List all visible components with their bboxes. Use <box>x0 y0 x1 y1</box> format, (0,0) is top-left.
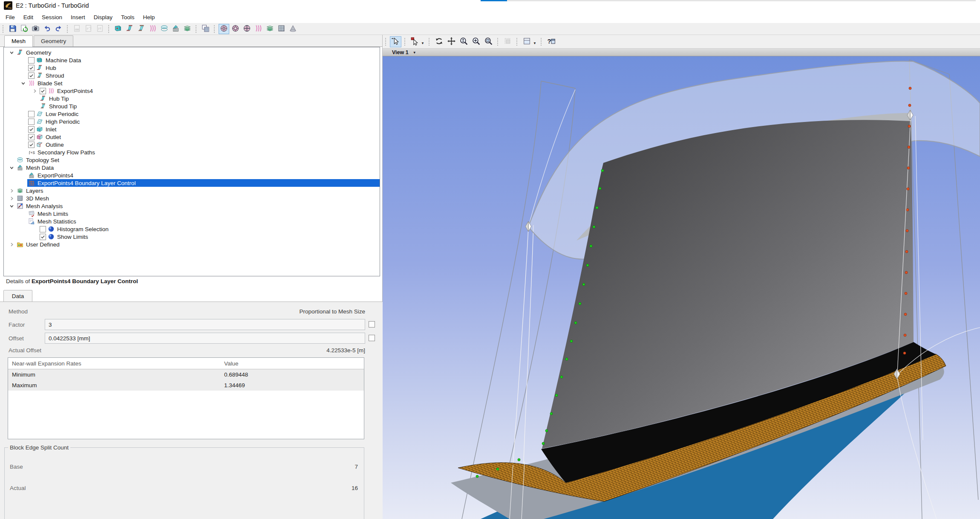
menu-edit[interactable]: Edit <box>19 12 37 22</box>
tree-item-geometry[interactable]: Geometry <box>4 49 380 56</box>
tree-item-exportpoints4[interactable]: ExportPoints4 <box>4 87 380 95</box>
menu-tools[interactable]: Tools <box>117 12 139 22</box>
blade-set-button[interactable] <box>147 24 158 34</box>
tree-item-outline[interactable]: Outline <box>4 141 380 148</box>
select-button[interactable] <box>390 36 401 47</box>
factor-auto-checkbox[interactable] <box>369 321 375 328</box>
blade-view-button[interactable] <box>253 24 264 34</box>
tree-item-hub[interactable]: Hub <box>4 64 380 72</box>
tree-item-outlet[interactable]: Outlet <box>4 133 380 141</box>
view-face-dropdown-caret[interactable]: ▼ <box>533 41 536 45</box>
tree-checkbox[interactable] <box>28 134 35 140</box>
tree-item-exportpoints4-boundary-layer-control[interactable]: ExportPoints4 Boundary Layer Control <box>4 179 380 187</box>
tree-item-show-limits[interactable]: Show Limits <box>4 233 380 241</box>
tree-item-layers[interactable]: Layers <box>4 187 380 194</box>
tree-checkbox[interactable] <box>28 142 35 148</box>
topology-button[interactable] <box>159 24 170 34</box>
tree-arrow-spacer <box>19 118 27 125</box>
tree-item-inlet[interactable]: Inlet <box>4 125 380 133</box>
tree-item-mesh-limits[interactable]: Mesh Limits <box>4 210 380 217</box>
chevron-right-icon[interactable] <box>7 241 16 248</box>
expansion-rate-row-maximum[interactable]: Maximum1.34469 <box>8 380 364 391</box>
layers-button[interactable] <box>182 24 193 34</box>
rotate-button[interactable] <box>433 36 445 47</box>
snapshot-button[interactable] <box>30 24 41 34</box>
undo-button[interactable] <box>42 24 52 34</box>
expansion-rate-row-minimum[interactable]: Minimum0.689448 <box>8 369 364 380</box>
redo-button[interactable] <box>53 24 64 34</box>
chevron-right-icon[interactable] <box>7 195 16 202</box>
tree-checkbox[interactable] <box>28 65 35 71</box>
turbo-view-3-button[interactable] <box>242 24 252 34</box>
tree-checkbox[interactable] <box>28 72 35 79</box>
secondary-flow-icon: +S <box>28 149 35 156</box>
shroud-button[interactable] <box>136 24 147 34</box>
save-button[interactable] <box>7 24 18 34</box>
tree-item-topology-set[interactable]: Topology Set <box>4 156 380 164</box>
menu-display[interactable]: Display <box>89 12 117 22</box>
menu-help[interactable]: Help <box>139 12 159 22</box>
tree-item-histogram-selection[interactable]: Histogram Selection <box>4 225 380 233</box>
tree-item-high-periodic[interactable]: High Periodic <box>4 118 380 125</box>
tree-item-blade-set[interactable]: Blade Set <box>4 79 380 87</box>
tree-item-user-defined[interactable]: User Defined <box>4 241 380 248</box>
chevron-down-icon[interactable] <box>7 203 16 209</box>
tree-item-shroud-tip[interactable]: Shroud Tip <box>4 102 380 110</box>
tab-mesh[interactable]: Mesh <box>4 35 33 47</box>
select-flag-dropdown-caret[interactable]: ▼ <box>421 41 424 45</box>
layers-view-button[interactable] <box>265 24 275 34</box>
chevron-down-icon[interactable] <box>7 164 16 171</box>
view-dropdown-caret[interactable]: ▼ <box>413 51 416 55</box>
mesh-view-button[interactable] <box>276 24 287 34</box>
chevron-down-icon[interactable] <box>19 80 27 87</box>
tree-item-label: Layers <box>26 188 43 194</box>
hub-button[interactable] <box>124 24 135 34</box>
details-object-name: ExportPoints4 Boundary Layer Control <box>32 278 138 284</box>
select-flag-button[interactable] <box>409 36 421 47</box>
tree-item-mesh-analysis[interactable]: Mesh Analysis <box>4 202 380 210</box>
help-button[interactable]: ? <box>545 36 557 47</box>
turbo-view-3-icon <box>243 24 251 34</box>
tree-item-mesh-data[interactable]: Mesh Data <box>4 164 380 171</box>
tree-checkbox[interactable] <box>28 126 35 133</box>
tree-item-low-periodic[interactable]: Low Periodic <box>4 110 380 118</box>
chevron-right-icon[interactable] <box>7 187 16 194</box>
zoom-in-button[interactable] <box>470 36 482 47</box>
tree-item-exportpoints4-mesh-data[interactable]: ExportPoints4 <box>4 171 380 179</box>
chevron-down-icon[interactable] <box>7 49 16 56</box>
tree-item-secondary-flow-paths[interactable]: +SSecondary Flow Paths <box>4 148 380 156</box>
cone-view-button[interactable] <box>288 24 298 34</box>
machine-data-button[interactable] <box>113 24 124 34</box>
tree-checkbox[interactable] <box>28 57 35 64</box>
tree-item-mesh-statistics[interactable]: Mesh Statistics <box>4 217 380 225</box>
menu-session[interactable]: Session <box>37 12 66 22</box>
refresh-button[interactable] <box>19 24 29 34</box>
tree-item-shroud[interactable]: Shroud <box>4 72 380 79</box>
zoom-area-button[interactable] <box>483 36 494 47</box>
menu-file[interactable]: File <box>1 12 19 22</box>
factor-input[interactable] <box>45 319 365 330</box>
turbo-view-1-button[interactable] <box>219 24 229 34</box>
zoom-button[interactable] <box>458 36 470 47</box>
tab-data[interactable]: Data <box>3 290 32 302</box>
view-face-button[interactable] <box>521 36 533 47</box>
tree-item-3d-mesh[interactable]: 3D Mesh <box>4 194 380 202</box>
tree-checkbox[interactable] <box>40 88 46 94</box>
view-label[interactable]: View 1 <box>392 49 409 55</box>
pan-button[interactable] <box>446 36 457 47</box>
mesh-data-button[interactable] <box>170 24 181 34</box>
tree-checkbox[interactable] <box>40 234 46 240</box>
turbo-view-2-button[interactable] <box>230 24 241 34</box>
tree-item-machine-data[interactable]: Machine Data <box>4 56 380 64</box>
tree-checkbox[interactable] <box>28 111 35 117</box>
offset-auto-checkbox[interactable] <box>369 335 375 341</box>
tab-geometry[interactable]: Geometry <box>34 35 73 46</box>
render-area[interactable] <box>383 56 980 519</box>
tree-item-hub-tip[interactable]: Hub Tip <box>4 95 380 102</box>
table-copy-button[interactable] <box>200 24 211 34</box>
chevron-right-icon[interactable] <box>30 87 39 94</box>
tree-checkbox[interactable] <box>40 226 46 232</box>
tree-checkbox[interactable] <box>28 119 35 125</box>
menu-insert[interactable]: Insert <box>66 12 89 22</box>
offset-input[interactable] <box>45 333 365 344</box>
